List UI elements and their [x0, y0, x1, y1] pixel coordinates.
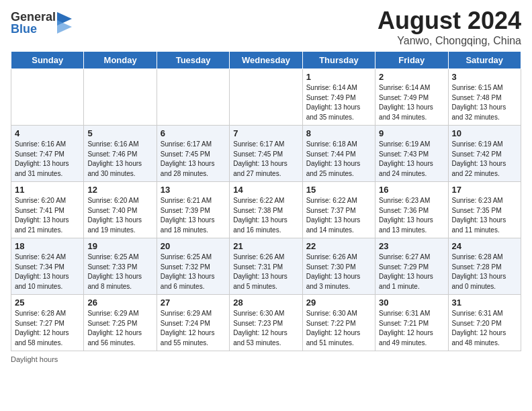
calendar-cell: 4Sunrise: 6:16 AM Sunset: 7:47 PM Daylig…: [11, 126, 84, 182]
day-number: 23: [379, 241, 444, 251]
day-number: 18: [15, 241, 80, 251]
day-number: 11: [15, 185, 80, 195]
day-number: 2: [379, 72, 444, 82]
day-info: Sunrise: 6:18 AM Sunset: 7:44 PM Dayligh…: [306, 140, 371, 179]
day-number: 21: [233, 241, 298, 251]
day-number: 24: [452, 241, 517, 251]
calendar-cell: 1Sunrise: 6:14 AM Sunset: 7:49 PM Daylig…: [302, 69, 375, 126]
day-number: 31: [452, 298, 517, 308]
day-info: Sunrise: 6:28 AM Sunset: 7:27 PM Dayligh…: [15, 309, 80, 348]
subtitle: Yanwo, Chongqing, China: [378, 35, 521, 47]
calendar-cell: 25Sunrise: 6:28 AM Sunset: 7:27 PM Dayli…: [11, 295, 84, 351]
day-number: 7: [233, 128, 298, 138]
calendar-cell: [157, 69, 229, 126]
calendar-cell: 17Sunrise: 6:23 AM Sunset: 7:35 PM Dayli…: [448, 182, 521, 238]
calendar-cell: 5Sunrise: 6:16 AM Sunset: 7:46 PM Daylig…: [84, 126, 157, 182]
calendar-table: SundayMondayTuesdayWednesdayThursdayFrid…: [11, 51, 521, 351]
calendar-cell: 11Sunrise: 6:20 AM Sunset: 7:41 PM Dayli…: [11, 182, 84, 238]
main-title: August 2024: [378, 7, 521, 35]
day-info: Sunrise: 6:29 AM Sunset: 7:25 PM Dayligh…: [87, 309, 152, 348]
logo: General Blue: [11, 11, 72, 35]
calendar-cell: 30Sunrise: 6:31 AM Sunset: 7:21 PM Dayli…: [375, 295, 448, 351]
day-number: 9: [379, 128, 444, 138]
weekday-header: Wednesday: [230, 52, 302, 69]
day-info: Sunrise: 6:23 AM Sunset: 7:36 PM Dayligh…: [379, 196, 444, 235]
day-info: Sunrise: 6:17 AM Sunset: 7:45 PM Dayligh…: [233, 140, 298, 179]
weekday-header: Tuesday: [157, 52, 229, 69]
calendar-cell: 20Sunrise: 6:25 AM Sunset: 7:32 PM Dayli…: [157, 238, 229, 295]
day-number: 8: [306, 128, 371, 138]
day-info: Sunrise: 6:21 AM Sunset: 7:39 PM Dayligh…: [161, 196, 226, 235]
day-info: Sunrise: 6:31 AM Sunset: 7:21 PM Dayligh…: [379, 309, 444, 348]
day-number: 25: [15, 298, 80, 308]
day-info: Sunrise: 6:22 AM Sunset: 7:37 PM Dayligh…: [306, 196, 371, 235]
day-number: 3: [452, 72, 517, 82]
calendar-cell: 8Sunrise: 6:18 AM Sunset: 7:44 PM Daylig…: [302, 126, 375, 182]
calendar-cell: [84, 69, 157, 126]
calendar-cell: 16Sunrise: 6:23 AM Sunset: 7:36 PM Dayli…: [375, 182, 448, 238]
day-number: 27: [161, 298, 226, 308]
day-info: Sunrise: 6:15 AM Sunset: 7:48 PM Dayligh…: [452, 83, 517, 122]
calendar-cell: 10Sunrise: 6:19 AM Sunset: 7:42 PM Dayli…: [448, 126, 521, 182]
calendar-cell: 31Sunrise: 6:31 AM Sunset: 7:20 PM Dayli…: [448, 295, 521, 351]
day-number: 22: [306, 241, 371, 251]
logo-text: General Blue: [11, 11, 56, 35]
day-info: Sunrise: 6:16 AM Sunset: 7:46 PM Dayligh…: [87, 140, 152, 179]
header: General Blue August 2024 Yanwo, Chongqin…: [11, 7, 521, 47]
day-info: Sunrise: 6:19 AM Sunset: 7:42 PM Dayligh…: [452, 140, 517, 179]
day-info: Sunrise: 6:20 AM Sunset: 7:40 PM Dayligh…: [87, 196, 152, 235]
calendar-week-row: 11Sunrise: 6:20 AM Sunset: 7:41 PM Dayli…: [11, 182, 521, 238]
day-info: Sunrise: 6:20 AM Sunset: 7:41 PM Dayligh…: [15, 196, 80, 235]
day-info: Sunrise: 6:14 AM Sunset: 7:49 PM Dayligh…: [306, 83, 371, 122]
day-info: Sunrise: 6:29 AM Sunset: 7:24 PM Dayligh…: [161, 309, 226, 348]
day-info: Sunrise: 6:14 AM Sunset: 7:49 PM Dayligh…: [379, 83, 444, 122]
calendar-cell: 2Sunrise: 6:14 AM Sunset: 7:49 PM Daylig…: [375, 69, 448, 126]
calendar-cell: [230, 69, 302, 126]
day-number: 19: [87, 241, 152, 251]
weekday-header: Thursday: [302, 52, 375, 69]
logo-blue: Blue: [11, 23, 56, 35]
calendar-cell: 29Sunrise: 6:30 AM Sunset: 7:22 PM Dayli…: [302, 295, 375, 351]
logo-general: General: [11, 11, 56, 23]
day-number: 14: [233, 185, 298, 195]
calendar-cell: 22Sunrise: 6:26 AM Sunset: 7:30 PM Dayli…: [302, 238, 375, 295]
calendar-cell: 15Sunrise: 6:22 AM Sunset: 7:37 PM Dayli…: [302, 182, 375, 238]
calendar-week-row: 25Sunrise: 6:28 AM Sunset: 7:27 PM Dayli…: [11, 295, 521, 351]
calendar-cell: 9Sunrise: 6:19 AM Sunset: 7:43 PM Daylig…: [375, 126, 448, 182]
day-info: Sunrise: 6:30 AM Sunset: 7:23 PM Dayligh…: [233, 309, 298, 348]
calendar-cell: 27Sunrise: 6:29 AM Sunset: 7:24 PM Dayli…: [157, 295, 229, 351]
day-number: 5: [87, 128, 152, 138]
day-info: Sunrise: 6:24 AM Sunset: 7:34 PM Dayligh…: [15, 253, 80, 291]
day-info: Sunrise: 6:25 AM Sunset: 7:32 PM Dayligh…: [161, 253, 226, 291]
day-info: Sunrise: 6:22 AM Sunset: 7:38 PM Dayligh…: [233, 196, 298, 235]
calendar-cell: 28Sunrise: 6:30 AM Sunset: 7:23 PM Dayli…: [230, 295, 302, 351]
day-number: 15: [306, 185, 371, 195]
calendar-week-row: 4Sunrise: 6:16 AM Sunset: 7:47 PM Daylig…: [11, 126, 521, 182]
day-number: 30: [379, 298, 444, 308]
calendar-cell: 23Sunrise: 6:27 AM Sunset: 7:29 PM Dayli…: [375, 238, 448, 295]
daylight-label: Daylight hours: [11, 355, 58, 363]
calendar-cell: 7Sunrise: 6:17 AM Sunset: 7:45 PM Daylig…: [230, 126, 302, 182]
day-number: 28: [233, 298, 298, 308]
day-info: Sunrise: 6:26 AM Sunset: 7:31 PM Dayligh…: [233, 253, 298, 291]
calendar-cell: [11, 69, 84, 126]
logo-icon: [57, 12, 72, 34]
day-info: Sunrise: 6:17 AM Sunset: 7:45 PM Dayligh…: [161, 140, 226, 179]
day-info: Sunrise: 6:30 AM Sunset: 7:22 PM Dayligh…: [306, 309, 371, 348]
day-number: 6: [161, 128, 226, 138]
title-area: August 2024 Yanwo, Chongqing, China: [378, 7, 521, 47]
day-number: 10: [452, 128, 517, 138]
calendar-cell: 14Sunrise: 6:22 AM Sunset: 7:38 PM Dayli…: [230, 182, 302, 238]
weekday-header: Saturday: [448, 52, 521, 69]
day-info: Sunrise: 6:26 AM Sunset: 7:30 PM Dayligh…: [306, 253, 371, 291]
day-number: 26: [87, 298, 152, 308]
calendar-cell: 3Sunrise: 6:15 AM Sunset: 7:48 PM Daylig…: [448, 69, 521, 126]
calendar-cell: 24Sunrise: 6:28 AM Sunset: 7:28 PM Dayli…: [448, 238, 521, 295]
weekday-header: Sunday: [11, 52, 84, 69]
day-number: 17: [452, 185, 517, 195]
day-number: 16: [379, 185, 444, 195]
day-info: Sunrise: 6:27 AM Sunset: 7:29 PM Dayligh…: [379, 253, 444, 291]
calendar-cell: 18Sunrise: 6:24 AM Sunset: 7:34 PM Dayli…: [11, 238, 84, 295]
weekday-header: Monday: [84, 52, 157, 69]
calendar-cell: 13Sunrise: 6:21 AM Sunset: 7:39 PM Dayli…: [157, 182, 229, 238]
